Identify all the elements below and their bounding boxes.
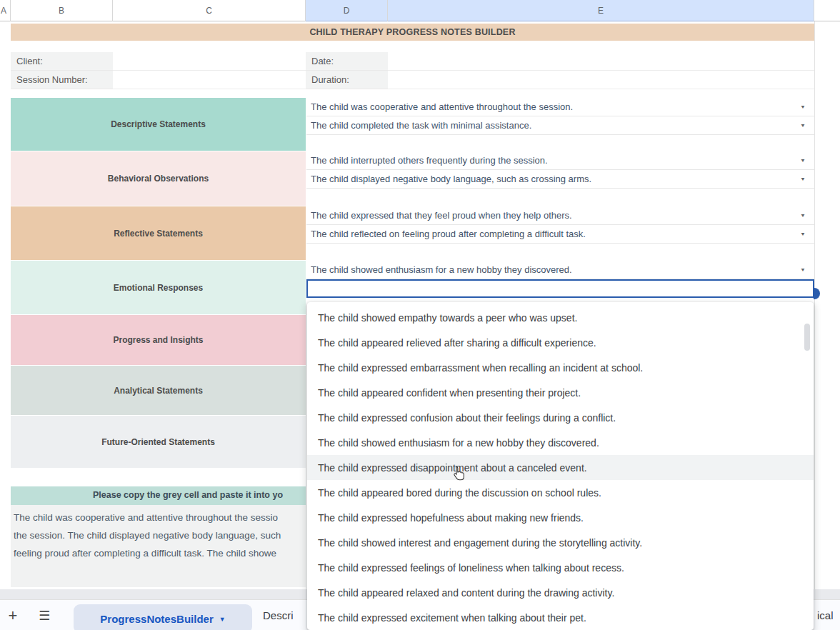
- tab-descriptive[interactable]: Descri: [263, 600, 306, 630]
- dropdown-option[interactable]: The child expressed feelings of loneline…: [307, 555, 814, 580]
- gridline: [814, 21, 815, 589]
- all-sheets-menu-icon[interactable]: ☰: [31, 600, 57, 630]
- statement-cell[interactable]: The child displayed negative body langua…: [306, 170, 814, 189]
- column-header-d[interactable]: D: [306, 0, 388, 21]
- category-reflective-statements[interactable]: Reflective Statements: [11, 206, 306, 260]
- client-value-cell[interactable]: [113, 52, 306, 71]
- notes-line: the session. The child displayed negativ…: [14, 526, 306, 544]
- duration-label-cell[interactable]: Duration:: [306, 71, 388, 89]
- dropdown-option[interactable]: The child showed enthusiasm for a new ho…: [307, 430, 814, 455]
- dropdown-option[interactable]: The child showed empathy towards a peer …: [307, 305, 814, 330]
- dropdown-arrow-icon[interactable]: ▼: [800, 213, 806, 219]
- statement-cell[interactable]: The child showed enthusiasm for a new ho…: [306, 261, 814, 279]
- dropdown-option[interactable]: The child appeared confident when presen…: [307, 380, 814, 405]
- category-progress-and-insights[interactable]: Progress and Insights: [11, 315, 306, 365]
- dropdown-arrow-icon[interactable]: ▼: [800, 176, 806, 182]
- category-descriptive-statements[interactable]: Descriptive Statements: [11, 98, 306, 151]
- copy-instruction-text: Please copy the grey cell and paste it i…: [93, 490, 283, 500]
- date-value-cell[interactable]: [388, 52, 814, 71]
- dropdown-arrow-icon[interactable]: ▼: [800, 267, 806, 273]
- session-number-value-cell[interactable]: [113, 71, 306, 89]
- column-header-f[interactable]: [814, 0, 840, 21]
- duration-value-cell[interactable]: [388, 71, 814, 89]
- notes-line: feeling proud after completing a difficu…: [14, 544, 306, 562]
- hand-pointer-cursor-icon: [453, 466, 465, 481]
- category-future-oriented-statements[interactable]: Future-Oriented Statements: [11, 416, 306, 468]
- statement-cell[interactable]: The child expressed that they feel proud…: [306, 206, 814, 225]
- dropdown-option[interactable]: The child appeared relaxed and content d…: [307, 580, 814, 605]
- column-header-c[interactable]: C: [113, 0, 306, 21]
- combined-notes-cell[interactable]: The child was cooperative and attentive …: [11, 505, 306, 587]
- copy-instruction-cell[interactable]: Please copy the grey cell and paste it i…: [11, 486, 306, 505]
- dropdown-option[interactable]: The child expressed embarrassment when r…: [307, 355, 814, 380]
- dropdown-arrow-icon[interactable]: ▼: [800, 104, 806, 110]
- sheet-title-cell[interactable]: CHILD THERAPY PROGRESS NOTES BUILDER: [11, 24, 814, 41]
- tab-progress-notes-builder[interactable]: ProgressNotesBuilder ▼: [74, 604, 252, 630]
- dropdown-option[interactable]: The child appeared relieved after sharin…: [307, 330, 814, 355]
- session-number-label-cell[interactable]: Session Number:: [11, 71, 113, 89]
- dropdown-option[interactable]: The child expressed hopefulness about ma…: [307, 505, 814, 530]
- dropdown-options-panel: The child showed empathy towards a peer …: [307, 302, 814, 630]
- active-cell-dropdown-handle[interactable]: [814, 288, 820, 299]
- notes-line: The child was cooperative and attentive …: [14, 509, 306, 526]
- dropdown-arrow-icon[interactable]: ▼: [800, 158, 806, 164]
- dropdown-option[interactable]: The child showed interest and engagement…: [307, 530, 814, 555]
- column-header-b[interactable]: B: [11, 0, 113, 21]
- client-label-cell[interactable]: Client:: [11, 52, 113, 71]
- sheet-title: CHILD THERAPY PROGRESS NOTES BUILDER: [309, 27, 515, 37]
- active-cell-input[interactable]: [306, 279, 814, 298]
- dropdown-arrow-icon[interactable]: ▼: [800, 231, 806, 237]
- dropdown-scrollbar-thumb[interactable]: [804, 324, 810, 351]
- date-label-cell[interactable]: Date:: [306, 52, 388, 71]
- add-sheet-icon[interactable]: +: [0, 600, 26, 630]
- statement-cell[interactable]: The child reflected on feeling proud aft…: [306, 225, 814, 244]
- dropdown-option-hovered[interactable]: The child expressed disappointment about…: [307, 455, 814, 480]
- tab-analytical-fragment[interactable]: ical: [817, 600, 834, 630]
- dropdown-arrow-icon[interactable]: ▼: [800, 123, 806, 129]
- category-emotional-responses[interactable]: Emotional Responses: [11, 261, 306, 314]
- statement-cell[interactable]: The child was cooperative and attentive …: [306, 98, 814, 116]
- category-behavioral-observations[interactable]: Behavioral Observations: [11, 151, 306, 206]
- spreadsheet-app: A B C D E CHILD THERAPY PROGRESS NOTES B…: [0, 0, 840, 630]
- statement-cell[interactable]: The child interrupted others frequently …: [306, 151, 814, 170]
- column-header-a[interactable]: A: [0, 0, 11, 21]
- category-analytical-statements[interactable]: Analytical Statements: [11, 366, 306, 415]
- statement-cell[interactable]: The child completed the task with minima…: [306, 116, 814, 135]
- dropdown-option[interactable]: The child expressed excitement when talk…: [307, 605, 814, 630]
- tab-caret-down-icon: ▼: [219, 616, 226, 623]
- column-header-e[interactable]: E: [388, 0, 814, 21]
- dropdown-option[interactable]: The child appeared bored during the disc…: [307, 480, 814, 505]
- dropdown-option[interactable]: The child expressed confusion about thei…: [307, 405, 814, 430]
